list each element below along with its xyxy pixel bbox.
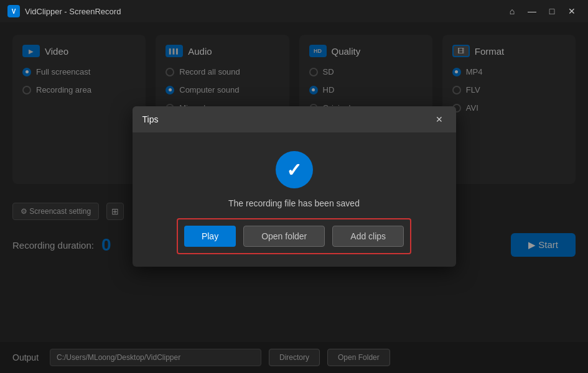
window-title: VidClipper - ScreenRecord [25,7,121,16]
maximize-button[interactable]: □ [543,2,561,20]
minimize-button[interactable]: — [523,2,541,20]
dialog-close-button[interactable]: ✕ [432,113,446,126]
title-bar: V VidClipper - ScreenRecord ⌂ — □ ✕ [0,0,588,22]
dialog-header: Tips ✕ [133,106,456,132]
close-button[interactable]: ✕ [563,2,581,20]
dialog-message: The recording file has been saved [228,198,360,208]
dialog-body: ✓ The recording file has been saved Play… [133,132,456,267]
app-icon: V [7,5,20,17]
dialog-title: Tips [142,114,159,124]
checkmark-icon: ✓ [286,159,302,181]
add-clips-button[interactable]: Add clips [332,226,404,247]
title-bar-controls: ⌂ — □ ✕ [503,2,581,20]
title-bar-left: V VidClipper - ScreenRecord [7,5,121,17]
tips-dialog: Tips ✕ ✓ The recording file has been sav… [133,106,456,267]
home-button[interactable]: ⌂ [503,2,521,20]
dialog-buttons-group: Play Open folder Add clips [177,218,411,254]
success-icon-circle: ✓ [276,151,313,188]
play-button[interactable]: Play [184,226,236,247]
open-folder-dialog-button[interactable]: Open folder [243,226,325,247]
